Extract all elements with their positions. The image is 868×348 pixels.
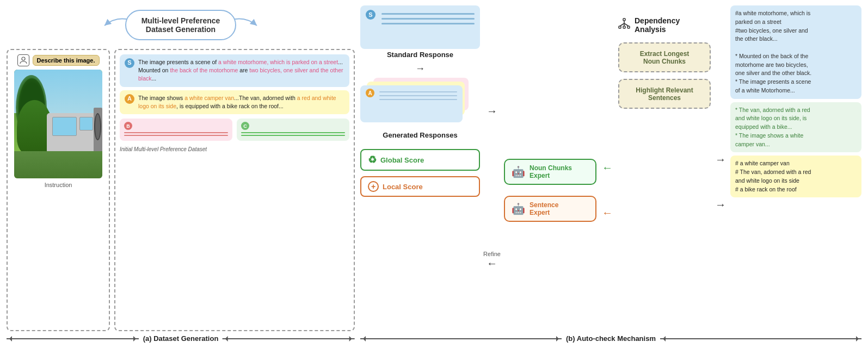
- standard-generated-col: S Standard Response →: [360, 5, 480, 331]
- noun-chunks-expert-label: Noun Chunks Expert: [530, 164, 572, 179]
- response-s-end: ...: [152, 75, 157, 82]
- recycle-icon: ♻: [368, 154, 377, 166]
- sentence-expert-box: 🤖 Sentence Expert: [504, 196, 596, 222]
- std-line-2: [381, 18, 475, 20]
- dataset-panel-title: Initial Multi-level Preference Dataset: [120, 146, 207, 152]
- line-b-2: [124, 135, 228, 136]
- extract-noun-box: Extract Longest Noun Chunks: [618, 42, 711, 72]
- arrow-orange-left: ←: [602, 207, 613, 219]
- oval-subtitle: Dataset Generation: [146, 25, 216, 34]
- tb2-l1: * The van, adorned with a red: [735, 107, 810, 113]
- text-data-col: #a white motorhome, which is parked on a…: [730, 5, 861, 331]
- oval-title: Multi-level Preference: [141, 16, 220, 25]
- dataset-panel: S The image presents a scene of a white …: [114, 49, 355, 331]
- bc-card-b: B: [120, 119, 232, 141]
- generated-responses-label: Generated Responses: [360, 131, 480, 139]
- instruction-top: Describe this image.: [17, 54, 100, 66]
- arrow-right-3: →: [715, 198, 726, 211]
- left-content-row: Describe this image.: [7, 49, 355, 331]
- instruction-footer-text: Instruction: [45, 182, 72, 188]
- down-arrow-1: →: [360, 63, 480, 74]
- tb2-l2: and white logo on its side, is: [735, 115, 807, 121]
- tb1-l8: * The image presents a scene: [735, 78, 811, 85]
- response-s-pink2: the back of the motorhome: [170, 67, 238, 73]
- response-a-text1: The image shows: [138, 95, 184, 101]
- right-section: S Standard Response →: [360, 5, 861, 343]
- response-s-text3: are: [238, 67, 249, 73]
- svg-line-7: [624, 23, 629, 26]
- std-badge-s: S: [366, 10, 375, 20]
- response-card-s: S The image presents a scene of a white …: [120, 54, 349, 87]
- badge-a: A: [125, 94, 134, 104]
- std-lines: [381, 10, 475, 28]
- section-a-arrow: (a) Dataset Generation: [7, 334, 355, 343]
- tb1-l7: one silver and the other black.: [735, 70, 811, 76]
- gen-line-2: [379, 95, 457, 96]
- text-block-blue: #a white motorhome, which is parked on a…: [730, 5, 861, 99]
- tb1-l3: #two bicycles, one silver and: [735, 27, 808, 34]
- standard-response-box: S: [360, 5, 480, 49]
- std-line-3: [381, 23, 475, 24]
- bc-row: B C: [120, 119, 349, 141]
- dataset-gen-oval: Multi-level Preference Dataset Generatio…: [125, 10, 237, 40]
- response-a-text2: ...The van, adorned with: [234, 95, 297, 101]
- robot-green-icon: 🤖: [512, 165, 525, 178]
- arrow-line-a: [7, 338, 139, 339]
- sentence-expert-label: Sentence Expert: [530, 201, 558, 216]
- tb3-l3: and white logo on its side: [735, 177, 799, 184]
- dep-analysis-label: Dependency Analysis: [635, 16, 711, 34]
- tb1-l6: motorhome are two bicycles,: [735, 61, 808, 68]
- response-s-pink1: a white motorhome, which is parked on a …: [218, 59, 338, 65]
- robot-orange-icon: 🤖: [512, 202, 525, 215]
- local-score-box: + Local Score: [360, 176, 480, 197]
- section-b-arrow: (b) Auto-check Mechanism: [360, 334, 861, 343]
- line-b-1: [124, 132, 228, 133]
- dataset-footer: Initial Multi-level Preference Dataset: [120, 144, 349, 152]
- response-s-text1: The image presents a scene of: [138, 59, 218, 65]
- tb3-l1: # a white camper van: [735, 160, 790, 166]
- arrow-green-left: ←: [602, 161, 613, 174]
- mid-arrows-col: → Refine ←: [483, 5, 501, 331]
- tb1-l5: * Mounted on the back of the: [735, 53, 808, 59]
- badge-s: S: [125, 58, 134, 68]
- expert-arrows: ← ←: [600, 5, 615, 331]
- arrow-left-refine: ←: [483, 257, 501, 270]
- score-boxes: ♻ Global Score + Local Score: [360, 149, 480, 197]
- tb1-l9: of a white Motorhome...: [735, 87, 795, 94]
- gen-line-1: [379, 91, 457, 92]
- arrow-line-a2: [223, 338, 355, 339]
- process-col: Dependency Analysis Extract Longest Noun…: [618, 5, 711, 331]
- tb1-l1: #a white motorhome, which is: [735, 10, 810, 16]
- svg-rect-1: [623, 18, 625, 21]
- process-arrows: → →: [714, 5, 727, 331]
- response-a-text3: , is equipped with a bike rack on the ro…: [176, 103, 284, 109]
- arrow-line-b2: [660, 338, 861, 339]
- highlight-sentences-box: Highlight Relevant Sentences: [618, 79, 711, 109]
- plus-circle-icon: +: [368, 181, 379, 192]
- local-score-label: Local Score: [383, 183, 423, 191]
- response-card-a: A The image shows a white camper van...T…: [120, 90, 349, 114]
- gen-badge-a: A: [366, 89, 374, 97]
- tb1-l4: the other black...: [735, 35, 778, 42]
- tb3-l4: # a bike rack on the roof: [735, 186, 797, 192]
- svg-rect-3: [623, 26, 625, 28]
- person-icon: [17, 54, 29, 66]
- arrow-line-b: [360, 338, 562, 339]
- left-section: Multi-level Preference Dataset Generatio…: [7, 5, 355, 343]
- bc-card-c: C: [237, 119, 349, 141]
- tb2-l5: camper van...: [735, 141, 770, 147]
- line-c-2: [241, 135, 345, 136]
- highlight-sentences-label: Highlight Relevant Sentences: [636, 86, 693, 102]
- noun-chunks-expert-box: 🤖 Noun Chunks Expert: [504, 159, 596, 185]
- section-a-label: (a) Dataset Generation: [139, 334, 223, 343]
- arrow-right-2: →: [715, 153, 726, 166]
- main-container: Multi-level Preference Dataset Generatio…: [0, 0, 868, 348]
- badge-b: B: [124, 122, 132, 130]
- tb1-l2: parked on a street: [735, 18, 781, 25]
- expert-col: 🤖 Noun Chunks Expert 🤖 Sentence Expert: [504, 5, 596, 331]
- image-placeholder: [14, 70, 102, 178]
- svg-rect-2: [619, 26, 621, 28]
- instruction-text-label: Instruction: [45, 182, 72, 188]
- standard-response-label: Standard Response: [360, 51, 480, 59]
- svg-line-6: [620, 23, 624, 26]
